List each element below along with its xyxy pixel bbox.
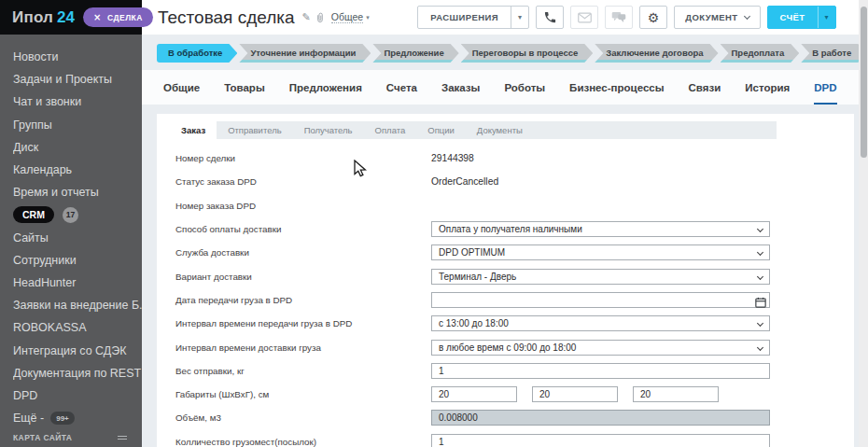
view-label: Общее [331, 11, 363, 23]
deal-number-value: 29144398 [431, 153, 474, 163]
sidebar-item-chat[interactable]: Чат и звонки [13, 91, 142, 113]
tab-label: Счета [386, 82, 417, 93]
stage-proposal[interactable]: Предложение [372, 44, 458, 63]
deal-pill[interactable]: × СДЕЛКА [83, 7, 153, 27]
stage-working[interactable]: В работе [801, 44, 866, 63]
sidebar-item-label: DPD [13, 389, 37, 402]
document-label: ДОКУМЕНТ [685, 12, 737, 22]
field-label: Служба доставки [175, 247, 431, 258]
sidebar-item-disk[interactable]: Диск [13, 136, 142, 159]
subtab-payment[interactable]: Оплата [364, 121, 417, 139]
chevron-down-icon [757, 343, 763, 350]
sidebar-item-calendar[interactable]: Календарь [13, 159, 142, 181]
tab-bizproc[interactable]: Бизнес-процессы [569, 70, 664, 105]
chevron-down-icon [757, 226, 763, 232]
field-label: Объём, м3 [175, 412, 431, 423]
chat-button[interactable] [605, 6, 633, 29]
stage-prepayment[interactable]: Предоплата [721, 44, 800, 63]
subtab-sender[interactable]: Отправитель [217, 121, 293, 139]
view-switch[interactable]: Общее ▾ [331, 11, 370, 23]
tab-history[interactable]: История [745, 70, 790, 105]
stage-negotiation[interactable]: Переговоры в процессе [461, 44, 594, 63]
phone-icon [543, 10, 557, 24]
dimension-height-input[interactable] [532, 386, 618, 402]
tab-invoices[interactable]: Счета [386, 70, 417, 105]
sidebar-item-robokassa[interactable]: ROBOKASSA [13, 316, 142, 339]
sidebar-item-time[interactable]: Время и отчеты [13, 181, 142, 203]
form-row-delivery-interval: Интервал времени доставки груза в любое … [175, 335, 854, 358]
invoice-button[interactable]: СЧЁТ ▾ [767, 6, 836, 29]
subtab-receiver[interactable]: Получатель [293, 121, 364, 139]
sidebar-item-employees[interactable]: Сотрудники [13, 249, 142, 272]
dimension-depth-input[interactable] [633, 386, 719, 402]
weight-input[interactable] [431, 363, 770, 379]
delivery-variant-select[interactable]: Терминал - Дверь [431, 269, 770, 285]
field-label: Номер заказа DPD [175, 201, 431, 211]
form-row-transfer-date: Дата передачи груза в DPD [175, 288, 854, 312]
subtab-documents[interactable]: Документы [466, 121, 534, 139]
subtab-order[interactable]: Заказ [170, 121, 217, 139]
crm-pill[interactable]: CRM [13, 206, 54, 223]
dpd-status-value: OrderCancelled [431, 176, 498, 187]
tab-robots[interactable]: Роботы [504, 70, 545, 105]
stage-clarification[interactable]: Уточнение информации [239, 44, 371, 63]
edit-title-icon[interactable]: ✎ [302, 11, 311, 23]
logo[interactable]: Ипол [12, 8, 53, 27]
stage-in-progress[interactable]: В обработке [157, 44, 237, 63]
chevron-down-icon [757, 273, 763, 280]
sidebar-item-sdek[interactable]: Интеграция со СДЭК [13, 339, 142, 361]
parcel-count-input[interactable] [431, 434, 770, 447]
stage-contract[interactable]: Заключение договора [595, 44, 718, 63]
toolbar: РАСШИРЕНИЯ ▾ [417, 6, 836, 29]
call-button[interactable] [536, 6, 564, 29]
sidebar-item-requests[interactable]: Заявки на внедрение Б... [13, 294, 142, 316]
sidebar-item-rest-docs[interactable]: Документация по REST ... [13, 362, 142, 384]
deal-pill-label: СДЕЛКА [107, 13, 143, 22]
document-button[interactable]: ДОКУМЕНТ [674, 6, 760, 29]
sitemap-link[interactable]: КАРТА САЙТА [13, 433, 127, 442]
tab-label: Связи [689, 82, 721, 93]
tab-label: Заказы [441, 82, 480, 93]
logo-bar: Ипол 24 × СДЕЛКА [0, 0, 142, 35]
payment-method-select[interactable]: Оплата у получателя наличными [431, 221, 770, 237]
transfer-date-input[interactable] [431, 292, 770, 308]
link-icon[interactable] [315, 12, 325, 23]
sidebar-item-news[interactable]: Новости [13, 46, 142, 68]
sidebar-item-tasks[interactable]: Задачи и Проекты [13, 68, 142, 91]
sidebar-item-groups[interactable]: Группы [13, 114, 142, 136]
tab-orders[interactable]: Заказы [441, 70, 480, 105]
dimension-width-input[interactable] [431, 386, 517, 402]
calendar-icon[interactable] [755, 295, 766, 312]
subtab-options[interactable]: Опции [416, 121, 466, 139]
field-label: Номер сделки [175, 153, 431, 163]
email-button[interactable] [570, 6, 598, 29]
close-icon[interactable]: × [93, 12, 102, 22]
stage-label: В обработке [168, 48, 222, 58]
transfer-interval-select[interactable]: с 13:00 до 18:00 [431, 315, 770, 331]
stage-label: В работе [812, 48, 851, 58]
sidebar-item-crm[interactable]: CRM 17 [13, 203, 142, 226]
tab-links[interactable]: Связи [689, 70, 721, 105]
tab-products[interactable]: Товары [224, 70, 264, 105]
sidebar-item-label: Сайты [13, 231, 49, 244]
sidebar-item-sites[interactable]: Сайты [13, 227, 142, 249]
tab-quotes[interactable]: Предложения [289, 70, 362, 105]
extensions-button[interactable]: РАСШИРЕНИЯ ▾ [417, 6, 529, 29]
extensions-caret-icon[interactable]: ▾ [511, 7, 528, 28]
chevron-down-icon [757, 249, 763, 256]
sidebar-item-more[interactable]: Ещё - 99+ [13, 407, 142, 429]
stage-label: Предоплата [732, 48, 785, 58]
sidebar-item-headhunter[interactable]: HeadHunter [13, 272, 142, 294]
tab-label: Общие [163, 82, 200, 93]
vertical-scrollbar[interactable] [859, 0, 868, 447]
tab-dpd[interactable]: DPD [814, 70, 836, 105]
scrollbar-thumb[interactable] [861, 7, 867, 158]
invoice-caret-icon[interactable]: ▾ [818, 7, 835, 28]
settings-button[interactable]: ⚙ [639, 6, 667, 29]
delivery-service-select[interactable]: DPD OPTIMUM [431, 244, 770, 260]
form-row-volume: Объём, м3 0.008000 [175, 406, 854, 429]
form-row-transfer-interval: Интервал времени передачи груза в DPD с … [175, 312, 854, 335]
sidebar-item-dpd[interactable]: DPD [13, 384, 142, 407]
delivery-interval-select[interactable]: в любое время с 09:00 до 18:00 [431, 340, 770, 356]
tab-general[interactable]: Общие [163, 70, 200, 105]
